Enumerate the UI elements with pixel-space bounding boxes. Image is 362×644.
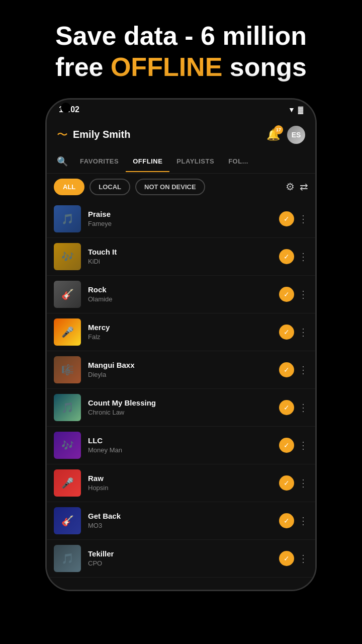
song-actions: ✓ ⋮ — [279, 249, 308, 264]
song-item[interactable]: 🎤 Raw Hopsin ✓ ⋮ — [47, 464, 315, 502]
filter-row: ALL LOCAL NOT ON DEVICE ⚙ ⇄ — [47, 174, 315, 200]
song-art: 🎶 — [54, 432, 81, 459]
song-item[interactable]: 🎸 Get Back MO3 ✓ ⋮ — [47, 502, 315, 540]
song-artist: CPO — [88, 559, 279, 567]
nav-tabs: 🔍 FAVORITES OFFLINE PLAYLISTS FOL... — [47, 150, 315, 174]
song-item[interactable]: 🎵 Tekiller CPO ✓ ⋮ — [47, 540, 315, 578]
hero-section: Save data - 6 million free OFFLINE songs — [0, 0, 362, 98]
song-art: 🎤 — [54, 469, 81, 497]
app-logo-icon: 〜 — [57, 127, 68, 142]
header-right: 🔔 17 ES — [266, 126, 305, 144]
camera-notch — [61, 103, 71, 113]
app-username: Emily Smith — [73, 129, 130, 140]
tab-favorites[interactable]: FAVORITES — [73, 150, 126, 172]
download-check[interactable]: ✓ — [279, 551, 294, 566]
song-actions: ✓ ⋮ — [279, 513, 308, 528]
download-check[interactable]: ✓ — [279, 400, 294, 415]
song-artist: KiDi — [88, 258, 279, 265]
song-title: Praise — [88, 210, 279, 218]
song-art: 🎸 — [54, 507, 81, 534]
song-info: LLC Money Man — [88, 436, 279, 454]
song-artist: Fameye — [88, 220, 279, 227]
tab-playlists[interactable]: PLAYLISTS — [169, 150, 221, 172]
song-art: 🎵 — [54, 394, 81, 421]
status-icons: ▼ ▓ — [288, 106, 303, 114]
song-art: 🎸 — [54, 281, 81, 308]
search-button[interactable]: 🔍 — [52, 150, 73, 173]
song-info: Praise Fameye — [88, 210, 279, 227]
song-artist: Olamide — [88, 295, 279, 303]
download-check[interactable]: ✓ — [279, 438, 294, 453]
settings-icon[interactable]: ⚙ — [286, 181, 295, 193]
song-item[interactable]: 🎵 Count My Blessing Chronic Law ✓ ⋮ — [47, 389, 315, 427]
song-info: Touch It KiDi — [88, 248, 279, 265]
song-info: Rock Olamide — [88, 285, 279, 303]
download-check[interactable]: ✓ — [279, 513, 294, 528]
filter-local[interactable]: LOCAL — [89, 179, 130, 195]
song-art: 🎼 — [54, 356, 81, 383]
song-title: LLC — [88, 436, 279, 445]
song-item[interactable]: 🎼 Mangui Baxx Dieyla ✓ ⋮ — [47, 351, 315, 389]
song-title: Mercy — [88, 323, 279, 332]
more-options-icon[interactable]: ⋮ — [298, 251, 308, 263]
song-artist: Money Man — [88, 446, 279, 454]
download-check[interactable]: ✓ — [279, 325, 294, 340]
more-options-icon[interactable]: ⋮ — [298, 326, 308, 338]
more-options-icon[interactable]: ⋮ — [298, 477, 308, 489]
hero-text: Save data - 6 million free OFFLINE songs — [30, 20, 332, 83]
download-check[interactable]: ✓ — [279, 362, 294, 377]
song-actions: ✓ ⋮ — [279, 400, 308, 415]
song-actions: ✓ ⋮ — [279, 287, 308, 302]
song-title: Touch It — [88, 248, 279, 256]
download-check[interactable]: ✓ — [279, 475, 294, 491]
song-info: Count My Blessing Chronic Law — [88, 398, 279, 416]
user-avatar[interactable]: ES — [287, 126, 305, 144]
app-logo-title: 〜 Emily Smith — [57, 127, 130, 142]
song-title: Count My Blessing — [88, 398, 279, 407]
song-artist: MO3 — [88, 522, 279, 529]
song-art: 🎵 — [54, 545, 81, 572]
song-art: 🎤 — [54, 318, 81, 346]
song-actions: ✓ ⋮ — [279, 362, 308, 377]
hero-offline-word: OFFLINE — [111, 52, 222, 82]
tab-offline[interactable]: OFFLINE — [126, 150, 169, 172]
song-info: Mercy Falz — [88, 323, 279, 341]
shuffle-icon[interactable]: ⇄ — [300, 181, 308, 193]
song-artist: Hopsin — [88, 484, 279, 492]
song-actions: ✓ ⋮ — [279, 211, 308, 226]
notification-bell[interactable]: 🔔 17 — [266, 128, 280, 141]
song-art: 🎵 — [54, 205, 81, 232]
download-check[interactable]: ✓ — [279, 249, 294, 264]
more-options-icon[interactable]: ⋮ — [298, 439, 308, 451]
song-item[interactable]: 🎤 Mercy Falz ✓ ⋮ — [47, 313, 315, 351]
wifi-icon: ▼ — [288, 106, 295, 114]
song-art: 🎶 — [54, 243, 81, 270]
song-artist: Chronic Law — [88, 409, 279, 416]
more-options-icon[interactable]: ⋮ — [298, 552, 308, 565]
song-item[interactable]: 🎶 Touch It KiDi ✓ ⋮ — [47, 238, 315, 276]
more-options-icon[interactable]: ⋮ — [298, 213, 308, 225]
song-actions: ✓ ⋮ — [279, 551, 308, 566]
tab-following[interactable]: FOL... — [221, 150, 255, 172]
notification-badge: 17 — [274, 125, 283, 134]
song-item[interactable]: 🎵 Praise Fameye ✓ ⋮ — [47, 200, 315, 238]
more-options-icon[interactable]: ⋮ — [298, 288, 308, 300]
song-info: Tekiller CPO — [88, 549, 279, 567]
song-info: Mangui Baxx Dieyla — [88, 361, 279, 378]
download-check[interactable]: ✓ — [279, 211, 294, 226]
song-list: 🎵 Praise Fameye ✓ ⋮ 🎶 Touch It KiDi ✓ ⋮ … — [47, 200, 315, 590]
more-options-icon[interactable]: ⋮ — [298, 515, 308, 527]
app-header: 〜 Emily Smith 🔔 17 ES — [47, 120, 315, 150]
song-artist: Falz — [88, 333, 279, 341]
filter-all[interactable]: ALL — [54, 179, 84, 195]
song-info: Get Back MO3 — [88, 512, 279, 529]
filter-not-on-device[interactable]: NOT ON DEVICE — [135, 179, 205, 195]
download-check[interactable]: ✓ — [279, 287, 294, 302]
battery-icon: ▓ — [298, 106, 303, 114]
song-item[interactable]: 🎶 LLC Money Man ✓ ⋮ — [47, 427, 315, 464]
more-options-icon[interactable]: ⋮ — [298, 364, 308, 376]
song-artist: Dieyla — [88, 371, 279, 378]
status-bar: 10:02 ▼ ▓ — [47, 100, 315, 120]
song-item[interactable]: 🎸 Rock Olamide ✓ ⋮ — [47, 276, 315, 313]
more-options-icon[interactable]: ⋮ — [298, 401, 308, 414]
